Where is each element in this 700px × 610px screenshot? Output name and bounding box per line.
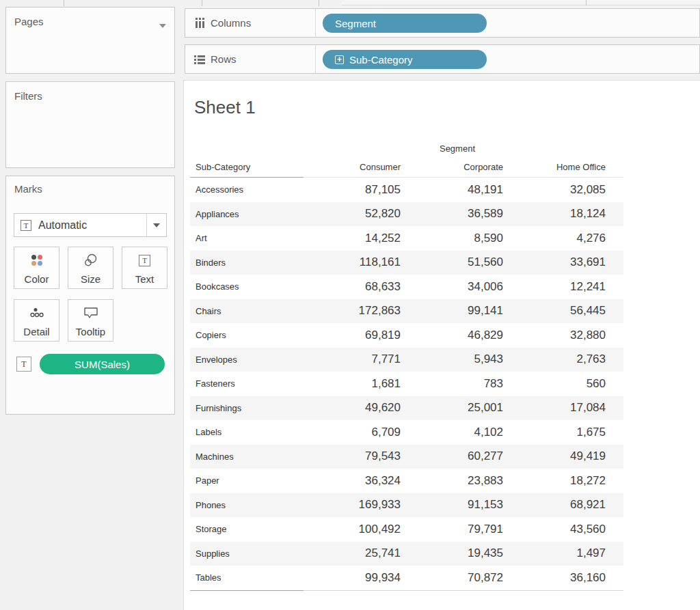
cell-consumer[interactable]: 68,633 xyxy=(304,280,406,294)
mark-type-dropdown[interactable]: T Automatic xyxy=(14,213,167,237)
top-fragment-divider xyxy=(64,0,64,6)
sum-sales-pill-label: SUM(Sales) xyxy=(75,359,130,370)
sum-sales-pill[interactable]: SUM(Sales) xyxy=(40,354,165,374)
cell-corporate[interactable]: 99,141 xyxy=(406,304,509,318)
cell-home-office[interactable]: 33,691 xyxy=(509,255,611,269)
segment-pill-label: Segment xyxy=(335,18,376,29)
cell-consumer[interactable]: 36,324 xyxy=(304,474,406,488)
row-label[interactable]: Accessories xyxy=(190,184,304,195)
cell-corporate[interactable]: 783 xyxy=(406,377,509,391)
cell-consumer[interactable]: 52,820 xyxy=(304,207,406,221)
cell-home-office[interactable]: 18,124 xyxy=(509,207,611,221)
cell-consumer[interactable]: 6,709 xyxy=(304,426,406,439)
cell-consumer[interactable]: 14,252 xyxy=(304,232,406,245)
cell-home-office[interactable]: 12,241 xyxy=(509,280,611,294)
cell-corporate[interactable]: 48,191 xyxy=(406,183,509,197)
row-label[interactable]: Machines xyxy=(190,452,304,462)
cell-home-office[interactable]: 560 xyxy=(509,377,611,391)
cell-home-office[interactable]: 32,085 xyxy=(509,183,611,197)
cell-home-office[interactable]: 68,921 xyxy=(509,498,611,512)
cell-consumer[interactable]: 69,819 xyxy=(304,329,406,342)
mark-type-caret-zone[interactable] xyxy=(146,214,166,236)
cell-corporate[interactable]: 23,883 xyxy=(406,474,509,488)
cell-home-office[interactable]: 17,084 xyxy=(509,401,611,415)
cell-consumer[interactable]: 100,492 xyxy=(304,523,406,536)
row-label[interactable]: Furnishings xyxy=(190,403,304,413)
cell-consumer[interactable]: 79,543 xyxy=(304,449,406,463)
cell-corporate[interactable]: 91,153 xyxy=(406,498,509,512)
row-dimension-header[interactable]: Sub-Category xyxy=(190,162,304,178)
cell-home-office[interactable]: 18,272 xyxy=(509,474,611,488)
cell-home-office[interactable]: 2,763 xyxy=(509,352,611,366)
filters-shelf[interactable]: Filters xyxy=(5,81,175,168)
row-label[interactable]: Fasteners xyxy=(190,378,304,389)
cell-corporate[interactable]: 36,589 xyxy=(406,207,509,221)
cell-corporate[interactable]: 34,006 xyxy=(406,280,509,294)
cell-consumer[interactable]: 87,105 xyxy=(304,183,406,197)
segment-pill[interactable]: Segment xyxy=(323,14,487,33)
cell-corporate[interactable]: 60,277 xyxy=(406,449,509,463)
sheet-view: Sheet 1 Segment Sub-Category Consumer Co… xyxy=(183,80,700,610)
cell-consumer[interactable]: 118,161 xyxy=(304,255,406,269)
row-label[interactable]: Bookcases xyxy=(190,281,304,292)
cell-corporate[interactable]: 70,872 xyxy=(406,571,509,585)
pages-dropdown-caret-icon[interactable] xyxy=(159,24,166,28)
cell-home-office[interactable]: 43,560 xyxy=(509,523,611,536)
columns-shelf[interactable]: Columns Segment xyxy=(185,8,700,38)
cell-home-office[interactable]: 1,497 xyxy=(509,546,611,560)
cell-home-office[interactable]: 49,419 xyxy=(509,449,611,463)
cell-corporate[interactable]: 8,590 xyxy=(406,232,509,245)
cell-consumer[interactable]: 7,771 xyxy=(304,352,406,366)
cell-home-office[interactable]: 56,445 xyxy=(509,304,611,318)
row-label[interactable]: Phones xyxy=(190,500,304,510)
cell-consumer[interactable]: 172,863 xyxy=(304,304,406,318)
cell-consumer[interactable]: 169,933 xyxy=(304,498,406,512)
column-header-home-office[interactable]: Home Office xyxy=(509,162,611,177)
text-button[interactable]: T Text xyxy=(122,247,167,289)
tooltip-button-label: Tooltip xyxy=(76,326,105,338)
cell-consumer[interactable]: 99,934 xyxy=(304,571,406,585)
row-label[interactable]: Copiers xyxy=(190,330,304,340)
sub-category-pill[interactable]: + Sub-Category xyxy=(323,50,487,69)
pages-shelf[interactable]: Pages xyxy=(5,7,175,74)
tooltip-button[interactable]: Tooltip xyxy=(68,299,113,342)
marks-label: Marks xyxy=(14,183,42,195)
expand-plus-icon[interactable]: + xyxy=(335,55,344,64)
cell-corporate[interactable]: 51,560 xyxy=(406,255,509,269)
text-mark-icon: T xyxy=(21,220,31,231)
row-label[interactable]: Supplies xyxy=(190,549,304,559)
row-label[interactable]: Paper xyxy=(190,475,304,486)
cell-home-office[interactable]: 4,276 xyxy=(509,232,611,245)
row-label[interactable]: Tables xyxy=(190,572,304,583)
row-label[interactable]: Binders xyxy=(190,258,304,268)
text-encoding-icon[interactable]: T xyxy=(16,357,31,372)
row-label[interactable]: Envelopes xyxy=(190,355,304,365)
rows-shelf[interactable]: Rows + Sub-Category xyxy=(185,44,700,74)
cell-home-office[interactable]: 1,675 xyxy=(509,426,611,439)
sheet-title[interactable]: Sheet 1 xyxy=(194,97,256,118)
cell-corporate[interactable]: 4,102 xyxy=(406,426,509,439)
column-header-consumer[interactable]: Consumer xyxy=(304,162,406,177)
cell-consumer[interactable]: 1,681 xyxy=(304,377,406,391)
cell-corporate[interactable]: 46,829 xyxy=(406,329,509,342)
cell-home-office[interactable]: 36,160 xyxy=(509,571,611,585)
row-label[interactable]: Storage xyxy=(190,524,304,534)
cell-corporate[interactable]: 19,435 xyxy=(406,546,509,560)
cell-corporate[interactable]: 5,943 xyxy=(406,352,509,366)
column-header-corporate[interactable]: Corporate xyxy=(406,162,509,177)
row-label[interactable]: Labels xyxy=(190,427,304,437)
color-button[interactable]: Color xyxy=(14,247,59,289)
detail-button[interactable]: Detail xyxy=(14,299,59,342)
cell-corporate[interactable]: 25,001 xyxy=(406,401,509,415)
row-label[interactable]: Chairs xyxy=(190,306,304,316)
cell-corporate[interactable]: 79,791 xyxy=(406,523,509,536)
segment-group-header[interactable]: Segment xyxy=(304,143,611,154)
top-fragment-divider xyxy=(319,0,319,6)
cell-consumer[interactable]: 25,741 xyxy=(304,546,406,560)
row-label[interactable]: Art xyxy=(190,233,304,243)
row-label[interactable]: Appliances xyxy=(190,209,304,219)
cell-home-office[interactable]: 32,880 xyxy=(509,329,611,342)
cell-consumer[interactable]: 49,620 xyxy=(304,401,406,415)
size-button[interactable]: Size xyxy=(68,247,113,289)
table-row: Art 14,252 8,590 4,276 xyxy=(190,226,623,251)
